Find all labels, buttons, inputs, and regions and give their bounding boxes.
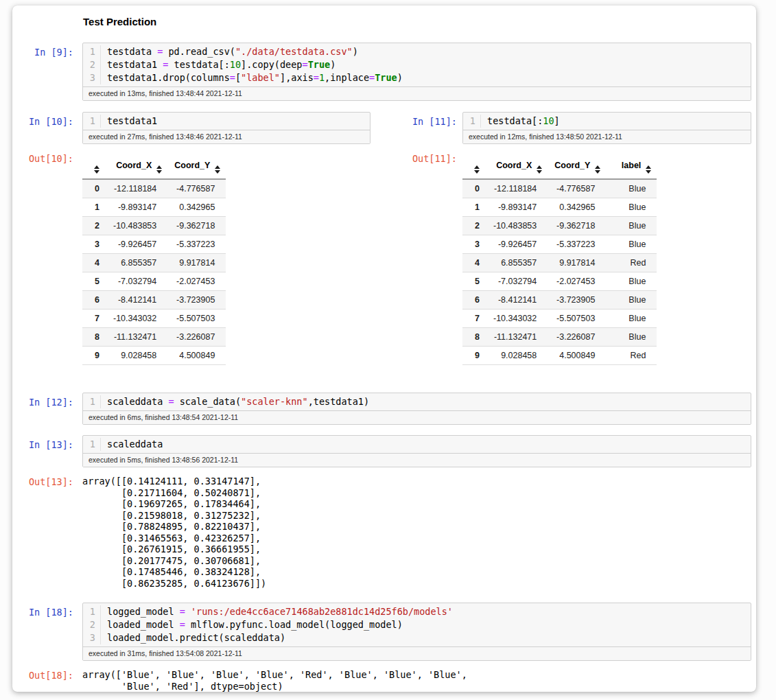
table-cell: 9.028458: [485, 347, 548, 365]
table-cell: -11.132471: [105, 328, 167, 347]
table-row: 99.0284584.500849: [82, 347, 226, 365]
table-cell: -9.362718: [167, 217, 226, 235]
code-editor-18[interactable]: 1logged_model = 'runs:/ede4cc6ace71468ab…: [82, 603, 751, 661]
table-cell: -12.118184: [105, 179, 167, 198]
row-index: 1: [82, 198, 105, 217]
row-index: 9: [82, 347, 105, 365]
code-line[interactable]: 1testdata = pd.read_csv("./data/testdata…: [83, 45, 751, 58]
code-editor-9[interactable]: 1testdata = pd.read_csv("./data/testdata…: [82, 43, 751, 101]
code-editor-12[interactable]: 1scaleddata = scale_data("scaler-knn",te…: [82, 393, 751, 425]
row-index: 2: [82, 217, 105, 235]
table-cell: -8.412141: [485, 291, 548, 310]
sort-icon[interactable]: [94, 165, 99, 174]
table-cell: 0.342965: [167, 198, 226, 217]
table-cell: Blue: [606, 217, 657, 235]
column-header-label: Coord_X: [116, 161, 152, 170]
table-cell: -9.926457: [105, 235, 167, 254]
code-line[interactable]: 1scaleddata = scale_data("scaler-knn",te…: [83, 395, 751, 408]
sort-icon[interactable]: [646, 165, 651, 174]
table-row: 6-8.412141-3.723905: [82, 291, 226, 310]
table-cell: -5.507503: [548, 310, 606, 328]
table-row: 46.8553579.917814: [82, 254, 226, 272]
column-header[interactable]: Coord_X: [105, 158, 167, 179]
table-cell: -3.723905: [548, 291, 606, 310]
table-row: 0-12.118184-4.776587: [82, 179, 226, 198]
code-line[interactable]: 1testdata1: [83, 115, 370, 128]
line-number: 1: [83, 45, 101, 58]
output-area-11: Out[11]: Coord_XCoord_Ylabel0-12.118184-…: [412, 149, 751, 365]
sort-icon[interactable]: [215, 165, 220, 174]
execution-time-bar: executed in 27ms, finished 13:48:46 2021…: [83, 130, 370, 143]
code-line[interactable]: 1scaleddata: [83, 438, 751, 451]
code-line[interactable]: 1logged_model = 'runs:/ede4cc6ace71468ab…: [83, 605, 751, 618]
execution-time-bar: executed in 12ms, finished 13:48:50 2021…: [463, 130, 751, 143]
column-header[interactable]: [462, 158, 485, 179]
code-line[interactable]: 3testdata1.drop(columns=["label"],axis=1…: [83, 71, 751, 84]
table-cell: -10.343032: [485, 310, 548, 328]
row-index: 1: [462, 198, 485, 217]
table-header-row: Coord_XCoord_Y: [82, 158, 226, 179]
table-cell: Blue: [606, 328, 657, 347]
output-prompt-10: Out[10]:: [23, 149, 73, 165]
notebook-card: Test Prediction In [9]: 1testdata = pd.r…: [12, 5, 756, 692]
output-prompt-11: Out[11]:: [412, 149, 457, 165]
column-header[interactable]: Coord_Y: [548, 158, 606, 179]
column-header[interactable]: Coord_X: [485, 158, 548, 179]
column-header[interactable]: [82, 158, 105, 179]
code-cell-13: In [13]: 1scaleddata executed in 5ms, fi…: [23, 435, 751, 467]
code-line[interactable]: 2loaded_model = mlflow.pyfunc.load_model…: [83, 618, 751, 631]
code-editor-13[interactable]: 1scaleddata executed in 5ms, finished 13…: [82, 435, 751, 467]
code-editor-11[interactable]: 1testdata[:10] executed in 12ms, finishe…: [462, 112, 751, 144]
table-header-row: Coord_XCoord_Ylabel: [462, 158, 657, 179]
code-line[interactable]: 1testdata[:10]: [463, 115, 751, 128]
line-number: 1: [83, 395, 101, 408]
table-cell: 0.342965: [548, 198, 606, 217]
column-header-label: Coord_Y: [174, 161, 210, 170]
table-cell: -9.926457: [485, 235, 548, 254]
output-text-18: array(['Blue', 'Blue', 'Blue', 'Blue', '…: [82, 666, 751, 692]
code-line[interactable]: 2testdata1 = testdata[:10].copy(deep=Tru…: [83, 58, 751, 71]
row-index: 4: [82, 254, 105, 272]
sort-icon[interactable]: [595, 165, 600, 174]
row-index: 8: [462, 328, 485, 347]
table-cell: -10.483853: [485, 217, 548, 235]
table-cell: 9.028458: [105, 347, 167, 365]
sort-icon[interactable]: [474, 165, 480, 174]
table-cell: -3.723905: [167, 291, 226, 310]
execution-time-text: executed in 13ms, finished 13:48:44 2021…: [89, 89, 242, 97]
column-header-label: label: [622, 161, 642, 170]
code-cell-11: In [11]: 1testdata[:10] executed in 12ms…: [412, 112, 751, 144]
row-index: 8: [82, 328, 105, 347]
column-header[interactable]: Coord_Y: [167, 158, 226, 179]
table-row: 2-10.483853-9.362718Blue: [462, 217, 657, 235]
table-cell: Blue: [606, 272, 657, 291]
table-row: 8-11.132471-3.226087: [82, 328, 226, 347]
line-number: 1: [463, 115, 481, 128]
table-row: 1-9.8931470.342965: [82, 198, 226, 217]
table-cell: -9.893147: [105, 198, 167, 217]
output-prompt-18: Out[18]:: [23, 666, 73, 682]
table-cell: -12.118184: [485, 179, 548, 198]
dataframe: Coord_XCoord_Y0-12.118184-4.7765871-9.89…: [82, 158, 226, 365]
sort-icon[interactable]: [537, 165, 542, 174]
code-line[interactable]: 3loaded_model.predict(scaleddata): [83, 631, 751, 644]
table-cell: -10.343032: [105, 310, 167, 328]
table-cell: -7.032794: [485, 272, 548, 291]
table-cell: Red: [606, 254, 657, 272]
table-cell: -5.337223: [548, 235, 606, 254]
code-editor-10[interactable]: 1testdata1 executed in 27ms, finished 13…: [82, 112, 371, 144]
column-header[interactable]: label: [606, 158, 657, 179]
row-index: 7: [462, 310, 485, 328]
execution-time-text: executed in 12ms, finished 13:48:50 2021…: [469, 132, 622, 141]
table-cell: 4.500849: [548, 347, 606, 365]
execution-time-text: executed in 5ms, finished 13:48:56 2021-…: [89, 456, 238, 464]
line-number: 1: [83, 115, 101, 128]
table-cell: 9.917814: [167, 254, 226, 272]
code-cell-12: In [12]: 1scaleddata = scale_data("scale…: [23, 393, 751, 425]
output-text-13: array([[0.14124111, 0.33147147], [0.2171…: [82, 472, 751, 589]
input-prompt-13: In [13]:: [23, 435, 73, 452]
table-cell: -7.032794: [105, 272, 167, 291]
line-number: 3: [83, 71, 101, 84]
sort-icon[interactable]: [156, 165, 162, 174]
table-row: 0-12.118184-4.776587Blue: [462, 179, 657, 198]
